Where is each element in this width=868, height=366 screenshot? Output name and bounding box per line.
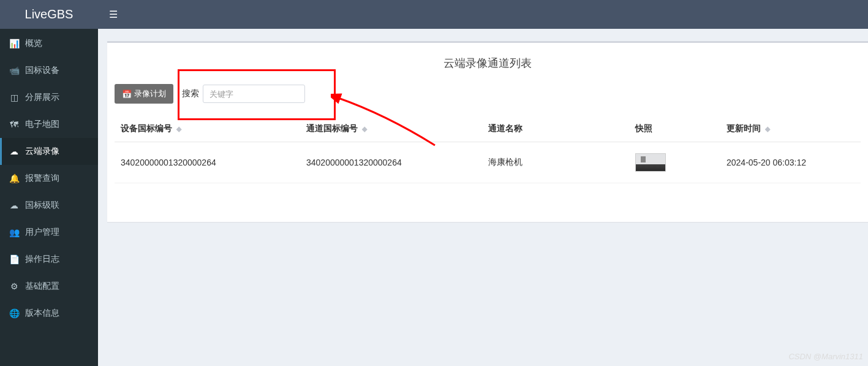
nav-item-version[interactable]: 🌐 版本信息 bbox=[0, 300, 98, 327]
nav-label: 电子地图 bbox=[25, 119, 59, 130]
cell-snapshot[interactable] bbox=[629, 142, 720, 183]
cell-device-id: 34020000001320000264 bbox=[115, 142, 300, 183]
col-snapshot: 快照 bbox=[629, 116, 720, 142]
sort-icon: ◆ bbox=[765, 125, 770, 132]
col-channel-id[interactable]: 通道国标编号 ◆ bbox=[300, 116, 482, 142]
dashboard-icon: 📊 bbox=[9, 39, 19, 48]
gear-icon: ⚙ bbox=[9, 281, 19, 291]
nav-item-multiview[interactable]: ◫ 分屏展示 bbox=[0, 84, 98, 111]
table-row[interactable]: 34020000001320000264 3402000000132000026… bbox=[115, 142, 861, 183]
nav-item-cloudrecord[interactable]: ☁ 云端录像 bbox=[0, 138, 98, 165]
nav-item-cascade[interactable]: ☁ 国标级联 bbox=[0, 192, 98, 219]
col-label: 通道国标编号 bbox=[306, 123, 358, 133]
page-title: 云端录像通道列表 bbox=[115, 52, 861, 79]
nav-label: 操作日志 bbox=[25, 254, 59, 265]
grid-icon: ◫ bbox=[9, 93, 19, 102]
nav-item-map[interactable]: 🗺 电子地图 bbox=[0, 111, 98, 138]
sort-icon: ◆ bbox=[362, 125, 367, 132]
camera-icon: 📹 bbox=[9, 66, 19, 75]
sidebar: LiveGBS 📊 概览 📹 国标设备 ◫ 分屏展示 🗺 电子地图 ☁ 云端录像… bbox=[0, 0, 98, 366]
nav-label: 版本信息 bbox=[25, 308, 59, 319]
nav-item-alarm[interactable]: 🔔 报警查询 bbox=[0, 165, 98, 192]
cloud-upload-icon: ☁ bbox=[9, 200, 19, 210]
nav-label: 国标级联 bbox=[25, 200, 59, 211]
cell-channel-name: 海康枪机 bbox=[482, 142, 629, 183]
col-label: 快照 bbox=[635, 123, 652, 133]
map-icon: 🗺 bbox=[9, 120, 19, 129]
watermark: CSDN @Marvin1311 bbox=[788, 352, 863, 361]
nav-item-logs[interactable]: 📄 操作日志 bbox=[0, 246, 98, 273]
nav-label: 报警查询 bbox=[25, 173, 59, 184]
col-channel-name: 通道名称 bbox=[482, 116, 629, 142]
nav-label: 云端录像 bbox=[25, 146, 59, 157]
col-updated-at[interactable]: 更新时间 ◆ bbox=[720, 116, 861, 142]
app-logo: LiveGBS bbox=[0, 0, 98, 29]
main-panel: 云端录像通道列表 📅 录像计划 搜索 设备国标编号 ◆ 通道国标编号 bbox=[107, 41, 868, 222]
file-icon: 📄 bbox=[9, 254, 19, 264]
snapshot-thumbnail[interactable] bbox=[635, 153, 666, 172]
users-icon: 👥 bbox=[9, 227, 19, 237]
toolbar: 📅 录像计划 搜索 bbox=[115, 79, 861, 116]
record-plan-button[interactable]: 📅 录像计划 bbox=[115, 84, 173, 104]
cell-channel-id: 34020000001320000264 bbox=[300, 142, 482, 183]
calendar-icon: 📅 bbox=[122, 90, 132, 99]
col-label: 通道名称 bbox=[488, 123, 523, 133]
sort-icon: ◆ bbox=[176, 125, 181, 132]
content: 云端录像通道列表 📅 录像计划 搜索 设备国标编号 ◆ 通道国标编号 bbox=[107, 41, 868, 366]
nav-label: 国标设备 bbox=[25, 65, 59, 76]
nav-label: 概览 bbox=[25, 38, 42, 49]
record-plan-label: 录像计划 bbox=[134, 88, 166, 99]
search-input[interactable] bbox=[203, 85, 305, 103]
nav-item-overview[interactable]: 📊 概览 bbox=[0, 30, 98, 57]
nav-label: 基础配置 bbox=[25, 281, 59, 292]
search-group: 搜索 bbox=[182, 85, 305, 103]
nav-list: 📊 概览 📹 国标设备 ◫ 分屏展示 🗺 电子地图 ☁ 云端录像 🔔 报警查询 … bbox=[0, 29, 98, 327]
topbar: ☰ bbox=[98, 0, 868, 29]
bell-icon: 🔔 bbox=[9, 173, 19, 183]
col-device-id[interactable]: 设备国标编号 ◆ bbox=[115, 116, 300, 142]
nav-label: 用户管理 bbox=[25, 227, 59, 238]
channel-table: 设备国标编号 ◆ 通道国标编号 ◆ 通道名称 快照 更新时间 bbox=[115, 116, 861, 183]
nav-item-users[interactable]: 👥 用户管理 bbox=[0, 219, 98, 246]
nav-label: 分屏展示 bbox=[25, 92, 59, 103]
cloud-icon: ☁ bbox=[9, 147, 19, 156]
col-label: 更新时间 bbox=[726, 123, 761, 133]
search-label: 搜索 bbox=[182, 88, 199, 99]
hamburger-icon[interactable]: ☰ bbox=[109, 9, 118, 20]
col-label: 设备国标编号 bbox=[121, 123, 172, 133]
nav-item-devices[interactable]: 📹 国标设备 bbox=[0, 57, 98, 84]
nav-item-settings[interactable]: ⚙ 基础配置 bbox=[0, 273, 98, 300]
globe-icon: 🌐 bbox=[9, 308, 19, 318]
cell-updated-at: 2024-05-20 06:03:12 bbox=[720, 142, 861, 183]
